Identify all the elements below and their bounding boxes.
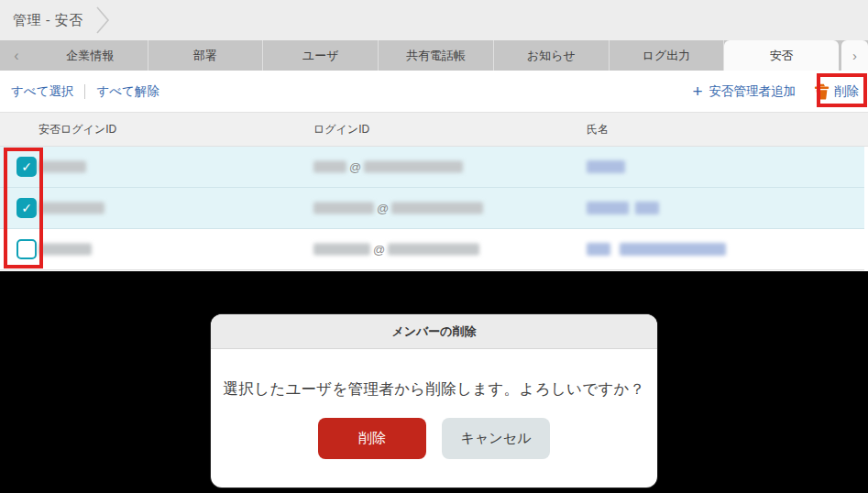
dialog-body: 選択したユーザを管理者から削除します。よろしいですか？ 削除 キャンセル — [211, 349, 657, 459]
name-cell — [587, 243, 726, 256]
row-checkbox[interactable]: ✓ — [16, 157, 37, 177]
scrollbar-gutter — [864, 147, 868, 271]
confirm-delete-button[interactable]: 削除 — [318, 418, 426, 459]
redacted-text — [313, 203, 374, 214]
tabs-scroll-left-icon[interactable]: ‹ — [0, 40, 33, 71]
table-row: ✓ @ — [0, 147, 868, 188]
redacted-text — [391, 203, 483, 214]
column-header-login-id: ログインID — [313, 113, 369, 146]
tab-item[interactable]: ログ出力 — [610, 40, 725, 71]
dialog-actions: 削除 キャンセル — [211, 418, 657, 459]
redacted-text — [635, 202, 659, 214]
toolbar: すべて選択 すべて解除 + 安否管理者追加 削除 — [0, 71, 868, 112]
toolbar-divider — [84, 84, 85, 99]
breadcrumb-chevron-icon — [96, 6, 111, 34]
delete-button-label: 削除 — [834, 83, 859, 100]
page: 管理 - 安否 ‹ 企業情報部署ユーザ共有電話帳お知らせログ出力安否 › すべて… — [0, 0, 868, 493]
name-cell — [587, 160, 625, 173]
dialog-title: メンバーの削除 — [391, 323, 476, 340]
redacted-text — [313, 244, 370, 256]
redacted-text — [587, 202, 629, 214]
login-id-cell: @ — [313, 160, 463, 174]
tab-item[interactable]: お知らせ — [494, 40, 610, 71]
row-checkbox[interactable]: ✓ — [16, 198, 37, 218]
page-title: 管理 - 安否 — [13, 12, 83, 29]
at-symbol: @ — [349, 160, 361, 174]
safety-login-id-cell — [38, 203, 104, 214]
tab-bar: ‹ 企業情報部署ユーザ共有電話帳お知らせログ出力安否 › — [0, 40, 868, 71]
column-header-name: 氏名 — [587, 113, 609, 146]
delete-button[interactable]: 削除 — [814, 83, 861, 100]
login-id-cell: @ — [313, 243, 479, 257]
row-checkbox[interactable] — [16, 239, 37, 259]
add-safety-admin-label: 安否管理者追加 — [709, 83, 797, 100]
redacted-text — [388, 244, 479, 256]
table-row: ✓ @ — [0, 188, 868, 229]
breadcrumb: 管理 - 安否 — [0, 0, 868, 40]
toolbar-right: + 安否管理者追加 削除 — [692, 71, 861, 112]
trash-icon — [814, 83, 830, 100]
redacted-text — [38, 161, 86, 173]
name-cell — [587, 202, 659, 214]
tab-item[interactable]: ユーザ — [263, 40, 379, 71]
at-symbol: @ — [373, 243, 385, 257]
redacted-text — [587, 243, 610, 256]
column-header-safety-login-id: 安否ログインID — [38, 113, 116, 146]
redacted-text — [38, 203, 104, 214]
tabs-scroll-right-icon[interactable]: › — [841, 40, 868, 71]
add-safety-admin-button[interactable]: + 安否管理者追加 — [692, 82, 796, 100]
delete-confirm-dialog: メンバーの削除 選択したユーザを管理者から削除します。よろしいですか？ 削除 キ… — [211, 314, 657, 488]
table-header: 安否ログインID ログインID 氏名 — [0, 112, 868, 147]
dialog-header: メンバーの削除 — [211, 314, 657, 349]
table-row: @ — [0, 229, 868, 270]
redacted-text — [38, 244, 92, 256]
select-all-link[interactable]: すべて選択 — [11, 83, 73, 100]
cancel-button[interactable]: キャンセル — [442, 418, 550, 459]
dialog-message: 選択したユーザを管理者から削除します。よろしいですか？ — [211, 378, 657, 399]
tab-item[interactable]: 共有電話帳 — [379, 40, 494, 71]
redacted-text — [620, 243, 726, 256]
tab-list: 企業情報部署ユーザ共有電話帳お知らせログ出力安否 — [33, 40, 839, 71]
plus-icon: + — [692, 82, 702, 100]
safety-login-id-cell — [38, 244, 92, 256]
redacted-text — [364, 161, 463, 173]
content-panel: すべて選択 すべて解除 + 安否管理者追加 削除 安否ロ — [0, 71, 868, 271]
tab-selected[interactable]: 安否 — [724, 40, 839, 71]
tab-item[interactable]: 部署 — [148, 40, 264, 71]
deselect-all-link[interactable]: すべて解除 — [96, 83, 159, 100]
tab-item[interactable]: 企業情報 — [33, 40, 148, 71]
safety-login-id-cell — [38, 161, 86, 173]
redacted-text — [587, 160, 625, 173]
login-id-cell: @ — [313, 202, 483, 215]
redacted-text — [313, 161, 346, 173]
at-symbol: @ — [377, 202, 389, 215]
